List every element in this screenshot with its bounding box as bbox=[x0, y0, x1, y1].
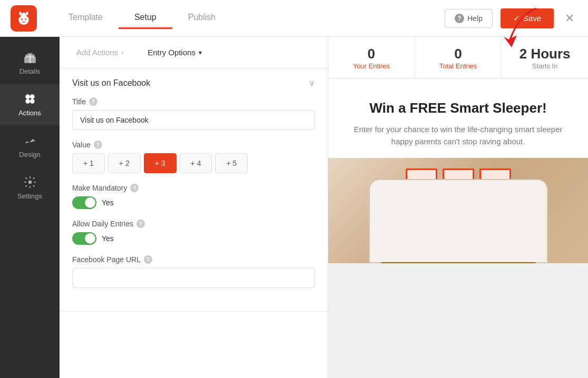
logo-icon bbox=[16, 11, 32, 26]
stat-your-entries: 0 Your Entries bbox=[328, 37, 415, 78]
help-label: Help bbox=[467, 14, 483, 23]
daily-toggle-label: Yes bbox=[102, 234, 114, 243]
total-entries-label: Total Entries bbox=[439, 62, 477, 70]
total-entries-number: 0 bbox=[454, 46, 462, 62]
daily-toggle-group: Yes bbox=[72, 232, 315, 245]
svg-point-13 bbox=[30, 99, 35, 104]
value-buttons: + 1 + 2 + 3 + 4 + 5 bbox=[72, 153, 315, 173]
logo[interactable] bbox=[11, 5, 37, 32]
mandatory-toggle-group: Yes bbox=[72, 196, 315, 209]
mandatory-toggle-label: Yes bbox=[102, 198, 114, 207]
sidebar-item-actions[interactable]: Actions bbox=[0, 84, 60, 125]
help-icon: ? bbox=[455, 14, 464, 23]
add-actions-chevron: › bbox=[121, 49, 123, 56]
accordion-chevron: ∨ bbox=[309, 78, 315, 88]
starts-in-number: 2 Hours bbox=[520, 46, 571, 62]
entry-options-label: Entry Options bbox=[148, 48, 195, 57]
content-panel: Add Actions › Entry Options ▾ Visit us o… bbox=[60, 37, 328, 378]
toggle-knob bbox=[85, 197, 95, 208]
title-input[interactable] bbox=[72, 110, 315, 130]
accordion-facebook: Visit us on Facebook ∨ Title ? Value bbox=[60, 68, 328, 312]
title-label: Title ? bbox=[72, 97, 315, 106]
your-entries-label: Your Entries bbox=[353, 62, 390, 70]
svg-point-5 bbox=[25, 18, 26, 20]
add-actions-label: Add Actions bbox=[76, 48, 118, 57]
sidebar-item-settings[interactable]: Settings bbox=[0, 167, 60, 208]
sidebar: Details Actions Design Settings bbox=[0, 37, 60, 378]
gift-icon bbox=[23, 51, 37, 64]
topbar-actions: ? Help ✓ Save ✕ bbox=[445, 8, 577, 28]
tab-publish[interactable]: Publish bbox=[172, 7, 231, 29]
title-help-icon[interactable]: ? bbox=[89, 97, 97, 106]
sidebar-item-details[interactable]: Details bbox=[0, 42, 60, 84]
form-area: Visit us on Facebook ∨ Title ? Value bbox=[60, 68, 328, 378]
svg-point-14 bbox=[28, 181, 32, 184]
svg-point-12 bbox=[25, 99, 30, 104]
value-label: Value ? bbox=[72, 141, 315, 149]
mandatory-label: Make Mandatory ? bbox=[72, 184, 315, 192]
add-actions-button[interactable]: Add Actions › bbox=[70, 44, 130, 61]
sidebar-item-design[interactable]: Design bbox=[0, 125, 60, 167]
value-btn-3[interactable]: + 3 bbox=[144, 153, 177, 173]
sidebar-item-details-label: Details bbox=[19, 67, 41, 75]
settings-icon bbox=[23, 175, 37, 189]
value-group: Value ? + 1 + 2 + 3 + 4 + 5 bbox=[72, 141, 315, 173]
daily-entries-group: Allow Daily Entries ? Yes bbox=[72, 220, 315, 245]
accordion-header-facebook[interactable]: Visit us on Facebook ∨ bbox=[60, 68, 328, 97]
crib-base bbox=[380, 262, 536, 263]
help-button[interactable]: ? Help bbox=[445, 9, 493, 28]
form-section-facebook: Title ? Value ? + 1 + 2 + 3 bbox=[60, 97, 328, 311]
facebook-url-group: Facebook Page URL ? bbox=[72, 255, 315, 288]
starts-in-label: Starts In bbox=[532, 62, 557, 70]
sidebar-item-actions-label: Actions bbox=[18, 109, 41, 117]
facebook-url-label: Facebook Page URL ? bbox=[72, 255, 315, 264]
entry-options-button[interactable]: Entry Options ▾ bbox=[140, 44, 209, 61]
svg-point-4 bbox=[21, 18, 23, 20]
stats-bar: 0 Your Entries 0 Total Entries 2 Hours S… bbox=[328, 37, 588, 79]
sidebar-item-settings-label: Settings bbox=[17, 192, 42, 200]
daily-entries-label: Allow Daily Entries ? bbox=[72, 220, 315, 228]
tab-setup[interactable]: Setup bbox=[119, 7, 172, 29]
save-checkmark: ✓ bbox=[513, 14, 520, 23]
preview-title: Win a FREE Smart Sleeper! bbox=[349, 100, 567, 116]
facebook-url-help-icon[interactable]: ? bbox=[144, 255, 152, 264]
svg-point-3 bbox=[18, 15, 29, 25]
value-btn-5[interactable]: + 5 bbox=[215, 153, 248, 173]
design-icon bbox=[23, 134, 37, 147]
topbar: Template Setup Publish ? Help ✓ Save ✕ bbox=[0, 0, 588, 37]
preview-content: Win a FREE Smart Sleeper! Enter for your… bbox=[328, 79, 588, 378]
stat-starts-in: 2 Hours Starts In bbox=[502, 37, 588, 78]
value-btn-4[interactable]: + 4 bbox=[180, 153, 212, 173]
actions-icon bbox=[23, 92, 37, 106]
preview-text-area: Win a FREE Smart Sleeper! Enter for your… bbox=[328, 79, 588, 158]
close-button[interactable]: ✕ bbox=[562, 11, 577, 26]
facebook-url-input[interactable] bbox=[72, 268, 315, 288]
preview-image-area bbox=[328, 158, 588, 263]
daily-help-icon[interactable]: ? bbox=[136, 220, 145, 228]
value-btn-2[interactable]: + 2 bbox=[108, 153, 141, 173]
value-btn-1[interactable]: + 1 bbox=[72, 153, 105, 173]
nav-tabs: Template Setup Publish bbox=[53, 7, 445, 29]
crib-shape bbox=[369, 179, 548, 263]
save-button[interactable]: ✓ Save bbox=[501, 8, 554, 28]
mandatory-group: Make Mandatory ? Yes bbox=[72, 184, 315, 209]
daily-toggle-knob bbox=[85, 233, 95, 244]
sidebar-item-design-label: Design bbox=[19, 151, 40, 158]
title-group: Title ? bbox=[72, 97, 315, 130]
tab-template[interactable]: Template bbox=[53, 7, 119, 29]
main: Details Actions Design Settings bbox=[0, 37, 588, 378]
your-entries-number: 0 bbox=[368, 46, 375, 62]
save-label: Save bbox=[523, 14, 541, 23]
accordion-title-facebook: Visit us on Facebook bbox=[72, 78, 150, 88]
svg-point-11 bbox=[30, 94, 35, 99]
entry-options-chevron: ▾ bbox=[199, 49, 202, 56]
preview-subtitle: Enter for your chance to win the life-ch… bbox=[349, 124, 567, 147]
value-help-icon[interactable]: ? bbox=[94, 141, 102, 149]
daily-toggle[interactable] bbox=[72, 232, 96, 245]
svg-point-10 bbox=[25, 94, 30, 99]
sub-nav: Add Actions › Entry Options ▾ bbox=[60, 37, 328, 68]
preview-panel: 0 Your Entries 0 Total Entries 2 Hours S… bbox=[328, 37, 588, 378]
mandatory-help-icon[interactable]: ? bbox=[130, 184, 139, 192]
stat-total-entries: 0 Total Entries bbox=[415, 37, 502, 78]
mandatory-toggle[interactable] bbox=[72, 196, 96, 209]
